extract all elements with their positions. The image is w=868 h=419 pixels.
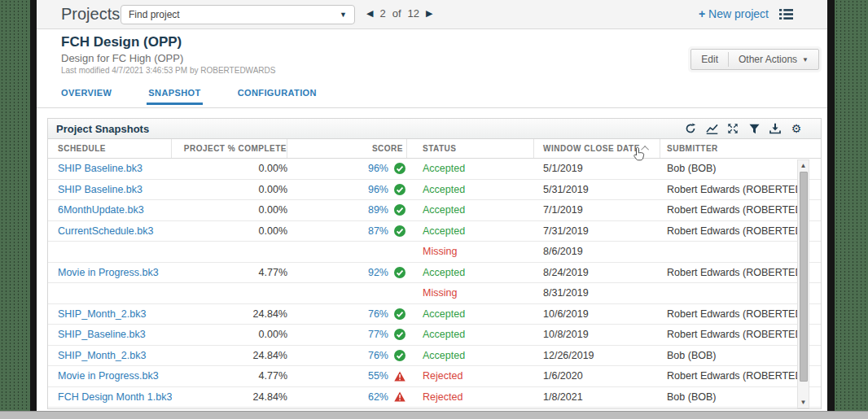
tab-snapshot[interactable]: SNAPSHOT bbox=[148, 81, 200, 107]
score-link[interactable]: 87% bbox=[368, 225, 388, 237]
window-close-date-value: 8/6/2019 bbox=[534, 246, 660, 257]
pct-complete-value: 24.84% bbox=[172, 391, 287, 403]
status-text: Accepted bbox=[407, 184, 534, 195]
pct-complete-value: 24.84% bbox=[172, 350, 287, 361]
window-close-date-value: 7/1/2019 bbox=[534, 204, 660, 216]
status-text: Accepted bbox=[407, 204, 534, 216]
schedule-link[interactable]: Movie in Progress.bk3 bbox=[58, 370, 159, 382]
table-row[interactable]: Missing8/6/2019 bbox=[48, 242, 821, 263]
table-row[interactable]: 6MonthUpdate.bk30.00%89%Accepted7/1/2019… bbox=[48, 200, 821, 221]
pct-complete-value: 24.84% bbox=[172, 308, 287, 320]
refresh-icon[interactable] bbox=[684, 122, 697, 135]
schedule-link[interactable]: SHIP_Month_2.bk3 bbox=[58, 308, 146, 320]
chart-icon[interactable] bbox=[705, 122, 718, 135]
score-link[interactable]: 92% bbox=[368, 267, 388, 278]
submitter-value: Robert Edwards (ROBERTEDWARDS) bbox=[660, 308, 797, 320]
download-icon[interactable] bbox=[769, 122, 782, 135]
accepted-check-icon bbox=[394, 225, 406, 237]
column-header-status[interactable]: STATUS bbox=[407, 139, 534, 158]
submitter-value: Robert Edwards (ROBERTEDWARDS) bbox=[660, 329, 797, 340]
pct-complete-value: 4.77% bbox=[172, 267, 287, 278]
expand-icon[interactable] bbox=[726, 122, 739, 135]
find-project-combobox[interactable]: Find project ▼ bbox=[121, 5, 355, 24]
scroll-down-arrow[interactable]: ▼ bbox=[798, 397, 809, 408]
score-link[interactable]: 77% bbox=[368, 329, 388, 340]
app-window: Projects Find project ▼ ◀ 2 of 12 ▶ +New… bbox=[37, 0, 827, 411]
project-title: FCH Design (OPP) bbox=[61, 34, 182, 50]
table-row[interactable]: SHIP Baseline.bk30.00%96%Accepted5/31/20… bbox=[48, 180, 821, 201]
pager-of-label: of bbox=[392, 7, 401, 20]
window-close-date-value: 8/24/2019 bbox=[534, 267, 660, 278]
tab-configuration[interactable]: CONFIGURATION bbox=[238, 81, 317, 107]
table-row[interactable]: CurrentSchedule.bk30.00%87%Accepted7/31/… bbox=[48, 221, 821, 242]
rejected-warning-icon bbox=[394, 391, 406, 402]
pct-complete-value: 4.77% bbox=[172, 370, 287, 382]
page-title: Projects bbox=[61, 5, 120, 24]
new-project-label: New project bbox=[708, 7, 769, 20]
submitter-value: Robert Edwards (ROBERTEDWARDS) bbox=[660, 204, 797, 216]
prev-project-button[interactable]: ◀ bbox=[366, 8, 373, 19]
filter-icon[interactable] bbox=[747, 122, 761, 135]
column-header-score[interactable]: SCORE bbox=[287, 139, 407, 158]
column-header-schedule[interactable]: SCHEDULE bbox=[48, 139, 172, 158]
table-row[interactable]: FCH Design Month 1.bk324.84%62%Rejected1… bbox=[48, 387, 821, 408]
gear-icon[interactable]: ⚙ bbox=[790, 122, 803, 135]
project-actions-group: Edit Other Actions ▼ bbox=[690, 49, 819, 70]
score-link[interactable]: 76% bbox=[368, 350, 388, 361]
project-list-menu-icon[interactable] bbox=[779, 8, 793, 24]
score-link[interactable]: 96% bbox=[368, 184, 388, 195]
schedule-link[interactable]: SHIP_Baseline.bk3 bbox=[58, 329, 146, 340]
column-header-submitter[interactable]: SUBMITTER bbox=[660, 139, 797, 158]
column-label: SUBMITTER bbox=[667, 144, 718, 153]
schedule-link[interactable]: SHIP Baseline.bk3 bbox=[58, 163, 142, 174]
column-header-window-close-date[interactable]: WINDOW CLOSE DATE bbox=[534, 139, 660, 158]
table-row[interactable]: SHIP_Month_2.bk324.84%76%Accepted10/6/20… bbox=[48, 304, 821, 325]
score-link[interactable]: 96% bbox=[368, 163, 388, 174]
schedule-link[interactable]: Movie in Progress.bk3 bbox=[58, 267, 159, 278]
schedule-link[interactable]: SHIP_Month_2.bk3 bbox=[58, 350, 146, 361]
tab-overview[interactable]: OVERVIEW bbox=[61, 81, 112, 107]
score-link[interactable]: 62% bbox=[368, 391, 388, 403]
accepted-check-icon bbox=[394, 308, 406, 320]
plus-icon: + bbox=[699, 7, 705, 20]
status-text: Rejected bbox=[407, 370, 534, 382]
schedule-link[interactable]: SHIP Baseline.bk3 bbox=[58, 184, 142, 195]
table-header-row: SCHEDULEPROJECT % COMPLETESCORESTATUSWIN… bbox=[48, 139, 821, 159]
scroll-up-arrow[interactable]: ▲ bbox=[798, 160, 809, 171]
pct-complete-value: 0.00% bbox=[172, 204, 287, 216]
table-row[interactable]: Movie in Progress.bk34.77%55%Rejected1/6… bbox=[48, 366, 821, 387]
window-close-date-value: 8/31/2019 bbox=[534, 287, 660, 299]
score-link[interactable]: 76% bbox=[368, 308, 388, 320]
table-row[interactable]: SHIP_Month_2.bk324.84%76%Accepted12/26/2… bbox=[48, 346, 821, 367]
window-close-date-value: 7/31/2019 bbox=[534, 225, 660, 237]
rejected-warning-icon bbox=[394, 371, 406, 382]
status-text: Missing bbox=[407, 246, 534, 257]
submitter-value: Bob (BOB) bbox=[660, 391, 797, 403]
scrollbar-thumb[interactable] bbox=[800, 172, 808, 382]
accepted-check-icon bbox=[394, 267, 406, 278]
find-project-value: Find project bbox=[129, 9, 180, 20]
submitter-value: Bob (BOB) bbox=[660, 163, 797, 174]
status-text: Accepted bbox=[407, 163, 534, 174]
bottom-bar bbox=[0, 411, 868, 419]
column-header-project-complete[interactable]: PROJECT % COMPLETE bbox=[172, 139, 287, 158]
pct-complete-value: 0.00% bbox=[172, 225, 287, 237]
other-actions-button[interactable]: Other Actions ▼ bbox=[729, 50, 818, 69]
new-project-button[interactable]: +New project bbox=[699, 7, 769, 20]
next-project-button[interactable]: ▶ bbox=[426, 8, 432, 19]
edit-button[interactable]: Edit bbox=[691, 50, 728, 69]
schedule-link[interactable]: 6MonthUpdate.bk3 bbox=[58, 204, 144, 216]
pct-complete-value: 0.00% bbox=[172, 329, 287, 340]
window-close-date-value: 1/6/2020 bbox=[534, 370, 660, 382]
vertical-scrollbar[interactable]: ▲ ▼ bbox=[797, 159, 809, 408]
table-row[interactable]: SHIP Baseline.bk30.00%96%Accepted5/1/201… bbox=[48, 159, 821, 180]
table-row[interactable]: Missing8/31/2019 bbox=[48, 283, 821, 304]
window-edge-left bbox=[30, 0, 37, 411]
table-row[interactable]: Movie in Progress.bk34.77%92%Accepted8/2… bbox=[48, 263, 821, 284]
schedule-link[interactable]: FCH Design Month 1.bk3 bbox=[58, 391, 172, 403]
score-link[interactable]: 89% bbox=[368, 204, 388, 216]
schedule-link[interactable]: CurrentSchedule.bk3 bbox=[58, 225, 153, 237]
table-row[interactable]: SHIP_Baseline.bk30.00%77%Accepted10/8/20… bbox=[48, 325, 821, 346]
project-pager: ◀ 2 of 12 ▶ bbox=[366, 7, 432, 20]
score-link[interactable]: 55% bbox=[368, 370, 388, 382]
